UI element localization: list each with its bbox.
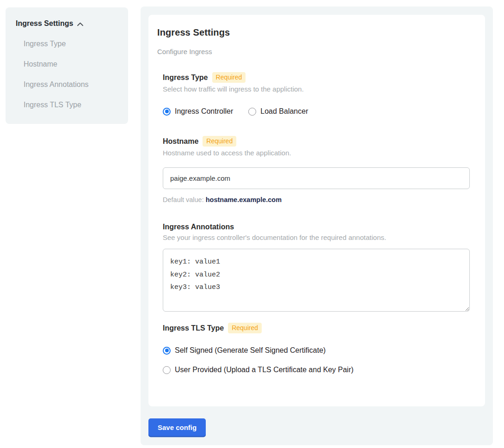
radio-icon[interactable] xyxy=(248,108,256,116)
config-card: Ingress Settings Configure Ingress Ingre… xyxy=(148,15,485,406)
sidebar-group-title: Ingress Settings xyxy=(16,19,73,28)
sidebar-item-ingress-annotations[interactable]: Ingress Annotations xyxy=(24,80,119,89)
section-ingress-type: Ingress Type Required Select how traffic… xyxy=(163,72,471,116)
radio-icon[interactable] xyxy=(163,347,171,355)
config-sidebar: Ingress Settings Ingress Type Hostname I… xyxy=(6,7,128,124)
field-help-hostname: Hostname used to access the application. xyxy=(163,149,471,157)
hostname-input[interactable] xyxy=(163,167,470,189)
radio-option-load-balancer[interactable]: Load Balancer xyxy=(248,107,308,116)
chevron-up-icon[interactable] xyxy=(77,22,84,27)
ingress-type-radio-group: Ingress Controller Load Balancer xyxy=(163,107,471,116)
page-subtitle: Configure Ingress xyxy=(157,48,471,55)
field-label-ingress-annotations: Ingress Annotations xyxy=(163,223,234,231)
page: Ingress Settings Ingress Type Hostname I… xyxy=(0,0,504,448)
sidebar-group-ingress-settings[interactable]: Ingress Settings xyxy=(16,19,119,28)
ingress-tls-type-radio-group: Self Signed (Generate Self Signed Certif… xyxy=(163,346,471,374)
field-help-ingress-annotations: See your ingress controller's documentat… xyxy=(163,233,471,241)
section-ingress-annotations: Ingress Annotations See your ingress con… xyxy=(163,223,471,312)
config-panel: Ingress Settings Configure Ingress Ingre… xyxy=(141,6,493,445)
radio-icon[interactable] xyxy=(163,108,171,116)
sidebar-item-list: Ingress Type Hostname Ingress Annotation… xyxy=(16,40,119,109)
radio-label: User Provided (Upload a TLS Certificate … xyxy=(175,366,354,374)
sidebar-item-ingress-type[interactable]: Ingress Type xyxy=(24,40,119,48)
section-ingress-tls-type: Ingress TLS Type Required Self Signed (G… xyxy=(163,323,471,374)
section-hostname: Hostname Required Hostname used to acces… xyxy=(163,136,471,203)
config-form: Ingress Type Required Select how traffic… xyxy=(163,72,471,374)
radio-option-self-signed[interactable]: Self Signed (Generate Self Signed Certif… xyxy=(163,346,471,355)
field-label-hostname: Hostname xyxy=(163,137,198,146)
ingress-annotations-textarea[interactable] xyxy=(163,249,470,312)
save-config-button[interactable]: Save config xyxy=(148,418,206,436)
sidebar-item-hostname[interactable]: Hostname xyxy=(24,60,119,68)
default-value-prefix: Default value: xyxy=(163,196,206,203)
page-title: Ingress Settings xyxy=(157,27,471,38)
radio-label: Load Balancer xyxy=(260,107,308,116)
radio-option-user-provided[interactable]: User Provided (Upload a TLS Certificate … xyxy=(163,366,471,374)
radio-label: Self Signed (Generate Self Signed Certif… xyxy=(175,346,326,355)
hostname-default-line: Default value: hostname.example.com xyxy=(163,196,471,203)
required-badge: Required xyxy=(212,72,246,83)
field-help-ingress-type: Select how traffic will ingress to the a… xyxy=(163,85,471,93)
default-value-text: hostname.example.com xyxy=(206,196,282,203)
sidebar-item-ingress-tls-type[interactable]: Ingress TLS Type xyxy=(24,101,119,109)
required-badge: Required xyxy=(203,136,236,147)
radio-label: Ingress Controller xyxy=(175,107,233,116)
field-label-ingress-tls-type: Ingress TLS Type xyxy=(163,324,224,332)
required-badge: Required xyxy=(228,323,262,333)
radio-icon[interactable] xyxy=(163,366,171,374)
field-label-ingress-type: Ingress Type xyxy=(163,74,208,82)
radio-option-ingress-controller[interactable]: Ingress Controller xyxy=(163,107,233,116)
